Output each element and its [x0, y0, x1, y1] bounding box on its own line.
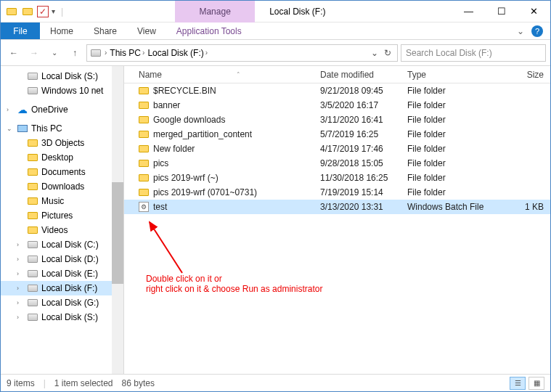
refresh-icon[interactable]: ↻ — [384, 48, 391, 58]
breadcrumb-drive[interactable]: Local Disk (F:) — [147, 48, 203, 58]
close-button[interactable]: ✕ — [518, 1, 550, 23]
drive-icon — [27, 268, 38, 279]
file-size: 1 KB — [497, 202, 548, 212]
tree-item-thispc[interactable]: ⌄This PC — [1, 121, 123, 136]
tree-item-onedrive[interactable]: ›☁OneDrive — [1, 102, 123, 117]
drive-icon — [28, 87, 38, 94]
folder-icon — [27, 137, 38, 149]
drive-icon — [27, 297, 38, 309]
tree-item-videos[interactable]: Videos — [1, 223, 123, 237]
folder-icon — [139, 174, 149, 181]
file-row[interactable]: pics 2019-wrf (0701~0731)7/19/2019 15:14… — [124, 185, 550, 200]
batch-file-icon: ⚙ — [139, 202, 149, 212]
search-input[interactable]: Search Local Disk (F:) — [401, 44, 546, 62]
tree-item-win10net[interactable]: Windows 10 net — [1, 83, 123, 98]
tree-item-local-disk-g-[interactable]: ›Local Disk (G:) — [1, 295, 123, 310]
file-date: 9/28/2018 15:05 — [316, 158, 403, 168]
forward-button[interactable]: → — [25, 44, 43, 62]
drive-icon — [27, 239, 38, 250]
file-date: 3/11/2020 16:41 — [316, 115, 403, 125]
file-row[interactable]: banner3/5/2020 16:17File folder — [124, 98, 550, 113]
tree-item-local-disk-s-[interactable]: ›Local Disk (S:) — [1, 310, 123, 324]
chevron-right-icon[interactable]: › — [105, 49, 107, 57]
tab-application-tools[interactable]: Application Tools — [166, 23, 252, 39]
folder-icon — [139, 189, 149, 196]
file-date: 5/7/2019 16:25 — [316, 129, 403, 139]
file-row[interactable]: pics9/28/2018 15:05File folder — [124, 156, 550, 171]
folder-icon — [139, 131, 149, 138]
tree-item-downloads[interactable]: Downloads — [1, 179, 123, 194]
address-bar[interactable]: › This PC › Local Disk (F:) › ⌄ ↻ — [86, 44, 398, 62]
file-type: File folder — [403, 187, 497, 197]
file-name: Google downloads — [153, 115, 225, 125]
folder-icon — [139, 116, 149, 123]
sidebar-scroll-thumb[interactable] — [112, 182, 123, 284]
address-dropdown-icon[interactable]: ⌄ — [371, 48, 378, 58]
status-size: 86 bytes — [122, 378, 155, 388]
file-row[interactable]: merged_partition_content5/7/2019 16:25Fi… — [124, 127, 550, 142]
folder-icon — [139, 87, 149, 94]
file-row[interactable]: Google downloads3/11/2020 16:41File fold… — [124, 113, 550, 127]
status-item-count: 9 items — [7, 378, 35, 388]
tab-home[interactable]: Home — [40, 23, 83, 39]
tree-item-documents[interactable]: Documents — [1, 165, 123, 179]
ribbon-context-manage[interactable]: Manage — [175, 1, 255, 23]
column-date[interactable]: Date modified — [316, 70, 403, 80]
file-row[interactable]: pics 2019-wrf (~)11/30/2018 16:25File fo… — [124, 171, 550, 185]
nav-pane: Local Disk (S:) Windows 10 net ›☁OneDriv… — [1, 66, 124, 374]
back-button[interactable]: ← — [5, 44, 23, 62]
file-date: 11/30/2018 16:25 — [316, 173, 403, 183]
tree-item-local-disk-e-[interactable]: ›Local Disk (E:) — [1, 266, 123, 281]
ribbon-expand-icon[interactable]: ⌄ — [517, 26, 524, 36]
file-date: 4/17/2019 17:46 — [316, 144, 403, 154]
tree-item-local-disk-d-[interactable]: ›Local Disk (D:) — [1, 252, 123, 266]
monitor-icon — [17, 123, 28, 134]
chevron-right-icon[interactable]: › — [205, 49, 208, 57]
qat-dropdown-icon[interactable]: ▾ — [52, 7, 55, 15]
file-name: test — [153, 202, 167, 212]
help-icon[interactable]: ? — [531, 25, 543, 37]
column-size[interactable]: Size — [497, 70, 548, 80]
folder-icon — [27, 152, 38, 163]
file-type: File folder — [403, 115, 497, 125]
column-name[interactable]: Name˄ — [134, 70, 316, 80]
file-row[interactable]: New folder4/17/2019 17:46File folder — [124, 142, 550, 156]
file-date: 7/19/2019 15:14 — [316, 187, 403, 197]
view-large-button[interactable]: ▦ — [528, 377, 544, 390]
tree-item-local-s[interactable]: Local Disk (S:) — [1, 69, 123, 83]
up-button[interactable]: ↑ — [66, 44, 83, 62]
folder-icon — [27, 166, 38, 178]
column-type[interactable]: Type — [403, 70, 497, 80]
chevron-right-icon[interactable]: › — [142, 49, 144, 57]
tree-item-local-disk-c-[interactable]: ›Local Disk (C:) — [1, 237, 123, 252]
file-type: File folder — [403, 100, 497, 110]
tree-item-local-disk-f-[interactable]: ›Local Disk (F:) — [1, 281, 123, 295]
properties-icon[interactable]: ✓ — [37, 6, 49, 17]
file-row[interactable]: ⚙test3/13/2020 13:31Windows Batch File1 … — [124, 200, 550, 214]
tree-item-3d-objects[interactable]: 3D Objects — [1, 136, 123, 150]
folder-icon — [139, 145, 149, 152]
view-details-button[interactable]: ☰ — [510, 377, 526, 390]
file-row[interactable]: $RECYCLE.BIN9/21/2018 09:45File folder — [124, 83, 550, 98]
folder-icon — [27, 181, 38, 192]
maximize-button[interactable]: ☐ — [485, 1, 518, 23]
nav-bar: ← → ⌄ ↑ › This PC › Local Disk (F:) › ⌄ … — [1, 40, 550, 66]
tree-item-desktop[interactable]: Desktop — [1, 150, 123, 165]
status-selection: 1 item selected — [54, 378, 113, 388]
tree-item-music[interactable]: Music — [1, 194, 123, 208]
minimize-button[interactable]: — — [452, 1, 485, 23]
file-tab[interactable]: File — [1, 23, 40, 39]
window-title: Local Disk (F:) — [255, 7, 452, 17]
column-header-row: Name˄ Date modified Type Size — [124, 66, 550, 83]
tab-view[interactable]: View — [127, 23, 166, 39]
recent-dropdown-icon[interactable]: ⌄ — [46, 44, 63, 62]
file-name: New folder — [153, 144, 195, 154]
drive-icon — [27, 311, 38, 323]
file-name: pics 2019-wrf (~) — [153, 173, 219, 183]
tree-item-pictures[interactable]: Pictures — [1, 208, 123, 223]
breadcrumb-thispc[interactable]: This PC — [110, 48, 141, 58]
tab-share[interactable]: Share — [83, 23, 127, 39]
folder-icon — [27, 210, 38, 221]
drive-icon — [27, 282, 38, 294]
file-type: Windows Batch File — [403, 202, 497, 212]
